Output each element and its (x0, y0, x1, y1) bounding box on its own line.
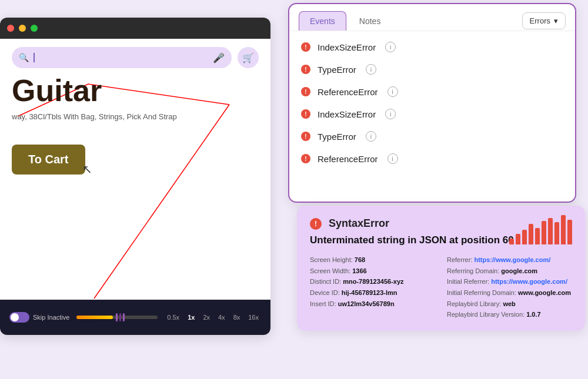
error-indicator: ! (301, 109, 310, 119)
tab-events[interactable]: Events (299, 11, 346, 31)
info-icon[interactable]: i (385, 42, 396, 52)
search-cursor (34, 53, 35, 62)
bar-4 (529, 224, 533, 244)
bar-1 (509, 239, 514, 244)
add-to-cart-label: To Cart (28, 153, 69, 166)
detail-row: Replaybird Library Version: 1.0.7 (447, 309, 572, 320)
info-icon[interactable]: i (387, 153, 398, 164)
speed-4x[interactable]: 4x (216, 313, 228, 322)
errors-dropdown-label: Errors (530, 16, 550, 25)
tab-notes[interactable]: Notes (349, 12, 392, 31)
detail-row: Referrer: https://www.google.com/ (447, 254, 572, 266)
speed-8x[interactable]: 8x (231, 313, 243, 322)
add-to-cart-button[interactable]: To Cart (12, 145, 85, 175)
marker-1 (116, 313, 118, 321)
error-bar-chart (509, 215, 572, 244)
cart-icon[interactable]: 🛒 (238, 47, 259, 68)
detail-row: Screen Height: 768 (310, 254, 435, 266)
detail-row: Initial Referrer: https://www.google.com… (447, 276, 572, 287)
list-item[interactable]: ! TypeError i (289, 125, 575, 147)
detail-row: Device ID: hij-456789123-lmn (310, 287, 435, 298)
event-name: IndexSizeError (318, 109, 376, 119)
speed-controls: 0.5x 1x 2x 4x 8x 16x (165, 313, 261, 322)
events-list: ! IndexSizeError i ! TypeError i ! Refer… (289, 31, 575, 196)
event-name: TypeError (318, 65, 356, 75)
skip-inactive-toggle[interactable]: Skip Inactive (9, 312, 69, 323)
toggle-knob (11, 313, 19, 321)
mic-icon: 🎤 (213, 52, 225, 63)
browser-dot-close (7, 25, 14, 32)
bar-10 (567, 220, 572, 244)
list-item[interactable]: ! TypeError i (289, 58, 575, 81)
list-item[interactable]: ! IndexSizeError i (289, 103, 575, 125)
bar-7 (548, 218, 553, 244)
progress-markers (116, 313, 125, 321)
list-item[interactable]: ! ReferenceError i (289, 147, 575, 170)
search-area: 🔍 🎤 🛒 (0, 39, 270, 74)
bar-9 (561, 215, 566, 244)
info-icon[interactable]: i (387, 86, 398, 97)
info-icon[interactable]: i (385, 109, 396, 119)
browser-header (0, 18, 270, 39)
speed-2x[interactable]: 2x (201, 313, 212, 322)
detail-row: Distinct ID: mno-789123456-xyz (310, 276, 435, 287)
bar-5 (535, 228, 540, 244)
detail-row: Replaybird Library: web (447, 298, 572, 310)
guitar-content: Guitar way, 38Cl/Tbls With Bag, Strings,… (0, 74, 270, 175)
search-box[interactable]: 🔍 🎤 (12, 47, 232, 68)
detail-grid: Screen Height: 768 Screen Width: 1366 Di… (310, 254, 572, 320)
bar-2 (516, 234, 520, 244)
marker-2 (119, 313, 121, 321)
error-indicator: ! (301, 65, 310, 74)
detail-row: Screen Width: 1366 (310, 266, 435, 277)
browser-window: 🔍 🎤 🛒 Guitar way, 38Cl/Tbls With Bag, St… (0, 18, 270, 335)
guitar-title: Guitar (12, 74, 259, 108)
events-panel: Events Notes Errors ▾ ! IndexSizeError i… (288, 3, 576, 203)
error-indicator: ! (301, 42, 310, 52)
info-icon[interactable]: i (366, 131, 376, 142)
event-name: ReferenceError (318, 154, 378, 164)
event-name: ReferenceError (318, 87, 378, 97)
detail-row: Referring Domain: google.com (447, 266, 572, 277)
speed-0.5x[interactable]: 0.5x (165, 313, 182, 322)
browser-dot-minimize (19, 25, 26, 32)
detail-right-column: Referrer: https://www.google.com/ Referr… (447, 254, 572, 320)
search-icon: 🔍 (19, 53, 29, 62)
list-item[interactable]: ! ReferenceError i (289, 81, 575, 103)
bar-3 (522, 230, 527, 244)
browser-dot-maximize (31, 25, 38, 32)
info-icon[interactable]: i (366, 64, 376, 75)
toggle-label: Skip Inactive (33, 314, 69, 321)
browser-bottom-bar: Skip Inactive 0.5x 1x 2x 4x 8x 16x (0, 300, 270, 335)
events-tabs: Events Notes Errors ▾ (289, 4, 575, 31)
guitar-subtitle: way, 38Cl/Tbls With Bag, Strings, Pick A… (12, 112, 259, 121)
progress-fill (76, 316, 113, 319)
error-indicator: ! (301, 87, 310, 96)
detail-panel: ! SyntaxError Unterminated string in JSO… (297, 206, 585, 331)
error-indicator: ! (301, 132, 310, 141)
bar-6 (542, 221, 546, 244)
bar-8 (554, 222, 559, 244)
cursor-pointer: ↖ (82, 162, 92, 176)
detail-left-column: Screen Height: 768 Screen Width: 1366 Di… (310, 254, 435, 320)
list-item[interactable]: ! IndexSizeError i (289, 36, 575, 58)
detail-row: Initial Referring Domain: www.google.com (447, 287, 572, 298)
toggle-switch[interactable] (9, 312, 29, 323)
event-name: TypeError (318, 132, 356, 142)
browser-content: 🔍 🎤 🛒 Guitar way, 38Cl/Tbls With Bag, St… (0, 39, 270, 335)
marker-3 (123, 313, 125, 321)
event-name: IndexSizeError (318, 42, 376, 52)
error-indicator: ! (301, 154, 310, 163)
chevron-down-icon: ▾ (554, 16, 558, 25)
errors-dropdown[interactable]: Errors ▾ (522, 12, 566, 29)
detail-error-icon: ! (310, 218, 322, 230)
progress-bar[interactable] (76, 316, 158, 319)
detail-error-name: SyntaxError (329, 217, 389, 230)
speed-16x[interactable]: 16x (246, 313, 261, 322)
speed-1x[interactable]: 1x (185, 313, 197, 322)
detail-row: Insert ID: uw12lm34v56789n (310, 298, 435, 310)
